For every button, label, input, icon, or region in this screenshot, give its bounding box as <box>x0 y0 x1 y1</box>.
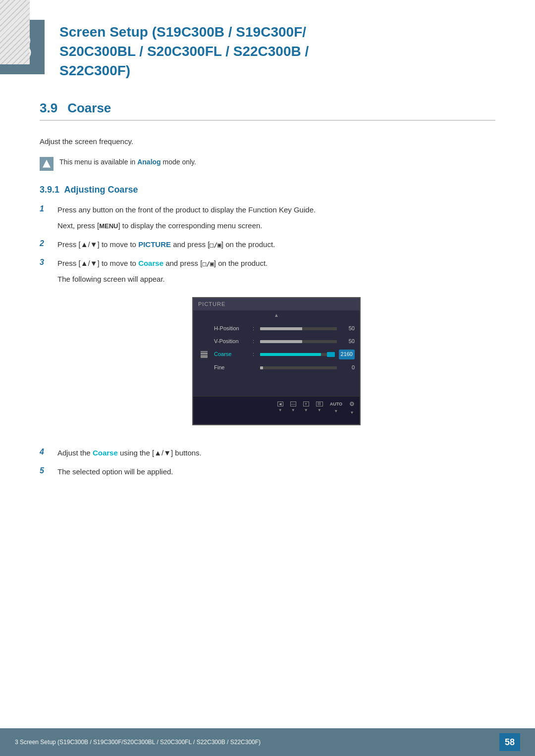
menu-value-vposition: 50 <box>341 337 355 346</box>
eq-icon <box>198 351 210 358</box>
steps-list: 1 Press any button on the front of the p… <box>40 204 495 478</box>
main-content: 3.9 Coarse Adjust the screen frequency. … <box>0 96 535 524</box>
step-content-4: Adjust the Coarse using the [▲/▼] button… <box>57 447 495 459</box>
intro-text: Adjust the screen frequency. <box>40 136 495 148</box>
toolbar-btn-auto: AUTO ▼ <box>330 401 342 415</box>
menu-row-hposition: H-Position : 50 <box>193 322 360 335</box>
toolbar-btn-plus: + ▼ <box>303 402 309 414</box>
toolbar-arrow-5: ▼ <box>334 408 338 415</box>
toolbar-arrow-3: ▼ <box>304 407 308 414</box>
step-sub-1: Next, press [MENU] to display the corres… <box>57 220 495 232</box>
toolbar-icon-plus: + <box>303 402 309 406</box>
note-icon-pencil <box>43 160 51 168</box>
menu-fill-coarse <box>260 353 321 356</box>
toolbar-arrow-1: ▼ <box>278 407 282 414</box>
menu-fill-hposition <box>260 327 302 330</box>
corner-decoration <box>0 0 30 64</box>
menu-value-hposition: 50 <box>341 324 355 333</box>
menu-bar-highlight <box>327 352 335 357</box>
menu-spacer <box>193 376 360 396</box>
toolbar-arrow-4: ▼ <box>318 407 321 414</box>
menu-row-coarse: Coarse : 2160 <box>193 348 360 361</box>
step-item-4: 4 Adjust the Coarse using the [▲/▼] butt… <box>40 447 495 459</box>
menu-row-fine: Fine : 0 <box>193 361 360 374</box>
menu-bar-fine <box>260 366 337 369</box>
footer-page-number: 58 <box>499 733 520 751</box>
step-content-1: Press any button on the front of the pro… <box>57 204 495 232</box>
toolbar-icon-left: ◄ <box>277 402 283 406</box>
chapter-title: Screen Setup (S19C300B / S19C300F/ S20C3… <box>59 20 309 81</box>
menu-row-vposition: V-Position : 50 <box>193 335 360 348</box>
toolbar-btn-left: ◄ ▼ <box>277 402 283 414</box>
step-content-3: Press [▲/▼] to move to Coarse and press … <box>57 257 495 440</box>
subsection-heading: 3.9.1 Adjusting Coarse <box>40 185 495 195</box>
monitor-container: PICTURE ▲ H-Position : <box>57 297 495 425</box>
menu-header: PICTURE <box>193 298 360 311</box>
step-item-1: 1 Press any button on the front of the p… <box>40 204 495 232</box>
menu-fill-vposition <box>260 340 302 343</box>
menu-left-icon-coarse <box>198 351 210 358</box>
chapter-header: 3 Screen Setup (S19C300B / S19C300F/ S20… <box>0 0 535 96</box>
toolbar-icon-minus: — <box>290 402 296 406</box>
step-item-3: 3 Press [▲/▼] to move to Coarse and pres… <box>40 257 495 440</box>
menu-bar-hposition <box>260 327 337 330</box>
monitor-menu: PICTURE ▲ H-Position : <box>193 298 360 396</box>
menu-label-coarse: Coarse <box>214 350 249 359</box>
menu-value-coarse: 2160 <box>339 350 355 359</box>
menu-items: H-Position : 50 <box>193 320 360 376</box>
menu-fill-fine <box>260 366 263 369</box>
toolbar-arrow-2: ▼ <box>291 407 295 414</box>
step-item-5: 5 The selected option will be applied. <box>40 466 495 478</box>
step-content-2: Press [▲/▼] to move to PICTURE and press… <box>57 239 495 251</box>
menu-bar-coarse <box>260 353 334 356</box>
step-sub-3: The following screen will appear. <box>57 273 495 285</box>
step-item-2: 2 Press [▲/▼] to move to PICTURE and pre… <box>40 239 495 251</box>
toolbar-btn-minus: — ▼ <box>290 402 296 414</box>
page-footer: 3 Screen Setup (S19C300B / S19C300F/S20C… <box>0 728 535 756</box>
toolbar-icon-menu: ⊟ <box>316 402 323 406</box>
menu-up-arrow: ▲ <box>193 310 360 320</box>
step-number-5: 5 <box>40 466 50 475</box>
section-number: 3.9 <box>40 101 57 116</box>
footer-text: 3 Screen Setup (S19C300B / S19C300F/S20C… <box>15 739 261 746</box>
menu-bar-vposition <box>260 340 337 343</box>
section-title: Coarse <box>67 101 111 116</box>
note-icon <box>40 157 54 171</box>
toolbar-arrow-6: ▼ <box>350 410 354 416</box>
menu-label-vposition: V-Position <box>214 337 249 346</box>
monitor-screen: PICTURE ▲ H-Position : <box>192 297 361 425</box>
step-number-4: 4 <box>40 448 50 456</box>
menu-label-fine: Fine <box>214 363 249 372</box>
monitor-toolbar: ◄ ▼ — ▼ <box>193 396 360 419</box>
toolbar-btn-menu: ⊟ ▼ <box>316 402 323 414</box>
step-number-1: 1 <box>40 204 50 213</box>
note-text: This menu is available in Analog mode on… <box>59 156 196 167</box>
section-heading: 3.9 Coarse <box>40 101 495 121</box>
note-box: This menu is available in Analog mode on… <box>40 156 495 171</box>
menu-label-hposition: H-Position <box>214 324 249 333</box>
menu-value-fine: 0 <box>341 363 355 372</box>
step-number-3: 3 <box>40 258 50 267</box>
step-number-2: 2 <box>40 239 50 248</box>
step-content-5: The selected option will be applied. <box>57 466 495 478</box>
toolbar-btn-settings: ⚙ ▼ <box>349 400 355 416</box>
